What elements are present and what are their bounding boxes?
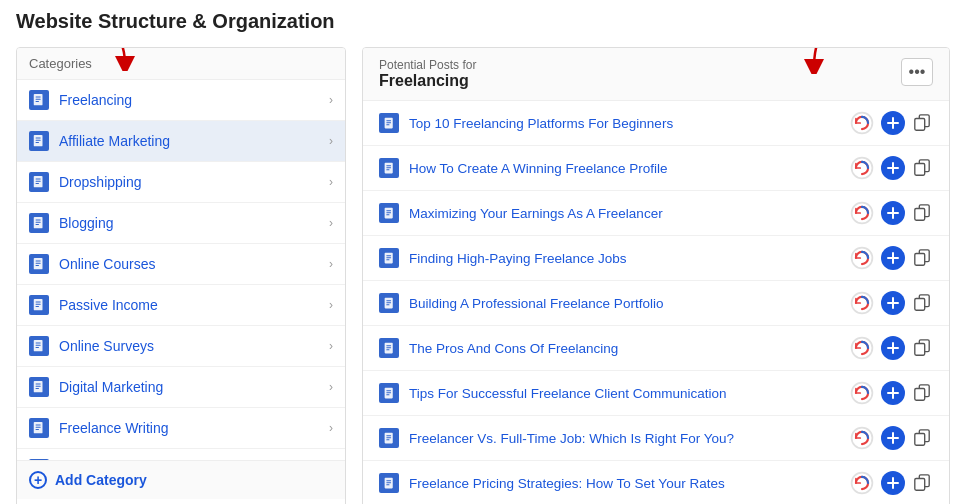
category-item[interactable]: Blogging › (17, 203, 345, 244)
copy-button[interactable] (911, 202, 933, 224)
svg-rect-2 (36, 99, 41, 100)
spin-icon[interactable] (849, 290, 875, 316)
plus-icon (886, 116, 900, 130)
post-item[interactable]: Maximizing Your Earnings As A Freelancer (363, 191, 949, 236)
copy-button[interactable] (911, 472, 933, 494)
svg-rect-23 (36, 306, 40, 307)
svg-rect-14 (36, 222, 41, 223)
header-text: Potential Posts for Freelancing (379, 58, 476, 90)
category-item[interactable]: Dropshipping › (17, 162, 345, 203)
add-post-button[interactable] (881, 291, 905, 315)
category-item[interactable]: Online Courses › (17, 244, 345, 285)
category-doc-icon (29, 336, 49, 356)
post-item[interactable]: Freelance Pricing Strategies: How To Set… (363, 461, 949, 504)
refresh-icon (849, 200, 875, 226)
copy-icon (913, 114, 931, 132)
add-post-button[interactable] (881, 471, 905, 495)
document-icon (32, 339, 46, 353)
category-item[interactable]: E-commerce › (17, 449, 345, 460)
spin-icon[interactable] (849, 200, 875, 226)
copy-icon (913, 294, 931, 312)
svg-rect-95 (386, 390, 391, 391)
copy-button[interactable] (911, 427, 933, 449)
category-item[interactable]: Digital Marketing › (17, 367, 345, 408)
svg-rect-82 (887, 302, 899, 304)
post-actions (849, 245, 933, 271)
category-item[interactable]: Affiliate Marketing › (17, 121, 345, 162)
spin-icon[interactable] (849, 155, 875, 181)
category-item[interactable]: Online Surveys › (17, 326, 345, 367)
categories-panel: Categories Categories (16, 47, 346, 504)
post-item[interactable]: Tips For Successful Freelance Client Com… (363, 371, 949, 416)
plus-icon (886, 161, 900, 175)
add-category-button[interactable]: + Add Category (17, 460, 345, 499)
copy-button[interactable] (911, 157, 933, 179)
post-title: Freelance Pricing Strategies: How To Set… (409, 476, 841, 491)
post-doc-icon (379, 473, 399, 493)
add-post-button[interactable] (881, 156, 905, 180)
copy-icon (913, 474, 931, 492)
category-doc-icon (29, 418, 49, 438)
svg-rect-9 (36, 179, 41, 180)
svg-rect-6 (36, 140, 41, 141)
copy-button[interactable] (911, 247, 933, 269)
refresh-icon (849, 290, 875, 316)
copy-icon (913, 204, 931, 222)
category-item[interactable]: Passive Income › (17, 285, 345, 326)
svg-rect-73 (887, 257, 899, 259)
svg-rect-87 (386, 347, 391, 348)
svg-rect-35 (36, 429, 40, 430)
svg-rect-52 (386, 169, 389, 170)
spin-icon[interactable] (849, 110, 875, 136)
post-item[interactable]: Freelancer Vs. Full-Time Job: Which Is R… (363, 416, 949, 461)
add-post-button[interactable] (881, 246, 905, 270)
spin-icon[interactable] (849, 425, 875, 451)
post-title: Freelancer Vs. Full-Time Job: Which Is R… (409, 431, 841, 446)
svg-rect-30 (36, 386, 41, 387)
spin-icon[interactable] (849, 470, 875, 496)
document-icon (32, 175, 46, 189)
spin-icon[interactable] (849, 335, 875, 361)
category-item[interactable]: Freelancing › (17, 80, 345, 121)
svg-rect-19 (36, 265, 40, 266)
refresh-icon (849, 380, 875, 406)
post-actions (849, 335, 933, 361)
post-actions (849, 290, 933, 316)
chevron-right-icon: › (329, 421, 333, 435)
copy-button[interactable] (911, 292, 933, 314)
svg-point-62 (852, 203, 873, 224)
post-item[interactable]: The Pros And Cons Of Freelancing (363, 326, 949, 371)
svg-rect-10 (36, 181, 41, 182)
svg-rect-105 (386, 437, 391, 438)
post-item[interactable]: Finding High-Paying Freelance Jobs (363, 236, 949, 281)
add-post-button[interactable] (881, 381, 905, 405)
category-list: Freelancing › Affiliate Marketing › Drop… (17, 80, 345, 460)
add-post-button[interactable] (881, 336, 905, 360)
post-item[interactable]: Top 10 Freelancing Platforms For Beginne… (363, 101, 949, 146)
copy-button[interactable] (911, 337, 933, 359)
svg-rect-33 (36, 425, 41, 426)
post-actions (849, 200, 933, 226)
document-icon (32, 380, 46, 394)
post-item[interactable]: Building A Professional Freelance Portfo… (363, 281, 949, 326)
spin-icon[interactable] (849, 245, 875, 271)
svg-rect-48 (915, 119, 925, 131)
post-item[interactable]: How To Create A Winning Freelance Profil… (363, 146, 949, 191)
svg-rect-60 (386, 212, 391, 213)
add-post-button[interactable] (881, 201, 905, 225)
category-item[interactable]: Freelance Writing › (17, 408, 345, 449)
refresh-icon (849, 335, 875, 361)
add-post-button[interactable] (881, 426, 905, 450)
svg-rect-61 (386, 214, 389, 215)
svg-rect-17 (36, 261, 41, 262)
add-post-button[interactable] (881, 111, 905, 135)
svg-rect-5 (36, 138, 41, 139)
svg-point-80 (852, 293, 873, 314)
spin-icon[interactable] (849, 380, 875, 406)
copy-button[interactable] (911, 382, 933, 404)
post-title: How To Create A Winning Freelance Profil… (409, 161, 841, 176)
arrow-categories-icon (95, 47, 135, 71)
copy-icon (913, 384, 931, 402)
copy-button[interactable] (911, 112, 933, 134)
more-options-button[interactable]: ••• (901, 58, 933, 86)
